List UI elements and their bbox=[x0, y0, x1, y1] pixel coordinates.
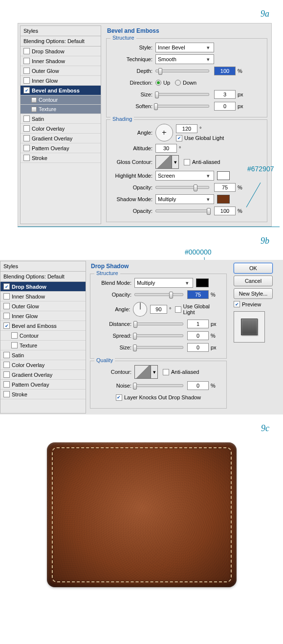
blending-options-row[interactable]: Blending Options: Default bbox=[0, 272, 86, 282]
new-style-button[interactable]: New Style... bbox=[234, 288, 273, 299]
distance-input[interactable]: 1 bbox=[187, 320, 209, 328]
style-drop-shadow[interactable]: Drop Shadow bbox=[0, 282, 86, 292]
global-light-checkbox[interactable] bbox=[175, 306, 181, 313]
checkbox-icon[interactable] bbox=[23, 58, 30, 64]
checkbox-icon[interactable] bbox=[3, 352, 10, 358]
checkbox-icon[interactable] bbox=[3, 313, 10, 319]
soften-slider[interactable] bbox=[155, 105, 209, 108]
depth-slider[interactable] bbox=[155, 69, 209, 72]
style-contour[interactable]: Contour bbox=[21, 95, 101, 105]
style-bevel-emboss[interactable]: Bevel and Emboss bbox=[21, 86, 101, 95]
style-gradient-overlay[interactable]: Gradient Overlay bbox=[21, 134, 101, 143]
shadow-mode-dropdown[interactable]: Multiply▾ bbox=[155, 194, 214, 204]
ok-button[interactable]: OK bbox=[234, 263, 273, 274]
style-outer-glow[interactable]: Outer Glow bbox=[0, 301, 86, 311]
preview-checkbox[interactable] bbox=[234, 301, 240, 307]
chevron-down-icon[interactable]: ▾ bbox=[172, 155, 179, 169]
highlight-opacity-slider[interactable] bbox=[155, 186, 209, 189]
checkbox-icon[interactable] bbox=[11, 342, 18, 348]
drop-shadow-panel: Styles Blending Options: Default Drop Sh… bbox=[0, 260, 283, 414]
blend-color-swatch[interactable] bbox=[196, 278, 209, 287]
altitude-input[interactable]: 30 bbox=[155, 144, 177, 153]
spread-slider[interactable] bbox=[134, 334, 183, 337]
highlight-opacity-input[interactable]: 75 bbox=[214, 183, 236, 192]
noise-slider[interactable] bbox=[134, 384, 183, 387]
shadow-color-swatch[interactable] bbox=[217, 195, 230, 204]
angle-dial[interactable] bbox=[133, 302, 147, 317]
result-preview bbox=[0, 437, 283, 607]
highlight-color-swatch[interactable] bbox=[217, 171, 230, 180]
style-stroke[interactable]: Stroke bbox=[21, 153, 101, 163]
contour-picker[interactable] bbox=[134, 365, 151, 379]
style-drop-shadow[interactable]: Drop Shadow bbox=[21, 46, 101, 56]
style-pattern-overlay[interactable]: Pattern Overlay bbox=[21, 143, 101, 153]
soften-input[interactable]: 0 bbox=[214, 102, 236, 111]
checkbox-icon[interactable] bbox=[3, 283, 10, 290]
style-satin[interactable]: Satin bbox=[0, 350, 86, 360]
checkbox-icon[interactable] bbox=[23, 115, 30, 122]
gloss-contour-picker[interactable] bbox=[155, 155, 172, 169]
angle-input[interactable]: 90 bbox=[150, 305, 167, 314]
style-pattern-overlay[interactable]: Pattern Overlay bbox=[0, 380, 86, 390]
cancel-button[interactable]: Cancel bbox=[234, 276, 273, 286]
size-slider[interactable] bbox=[134, 346, 183, 349]
checkbox-icon[interactable] bbox=[3, 322, 10, 329]
spread-input[interactable]: 0 bbox=[187, 331, 209, 340]
shadow-opacity-slider[interactable] bbox=[155, 209, 209, 212]
checkbox-icon[interactable] bbox=[3, 303, 10, 309]
checkbox-icon[interactable] bbox=[23, 77, 30, 84]
checkbox-icon[interactable] bbox=[3, 381, 10, 388]
checkbox-icon[interactable] bbox=[3, 391, 10, 397]
size-input[interactable]: 3 bbox=[214, 90, 236, 99]
depth-input[interactable]: 100 bbox=[214, 67, 236, 75]
opacity-slider[interactable] bbox=[134, 293, 183, 296]
antialiased-checkbox[interactable] bbox=[184, 159, 190, 165]
shadow-opacity-input[interactable]: 100 bbox=[214, 207, 236, 215]
checkbox-icon[interactable] bbox=[23, 87, 30, 93]
style-dropdown[interactable]: Inner Bevel▾ bbox=[155, 43, 214, 52]
blend-mode-dropdown[interactable]: Multiply▾ bbox=[134, 278, 193, 288]
checkbox-icon[interactable] bbox=[23, 125, 30, 132]
chevron-down-icon[interactable]: ▾ bbox=[151, 365, 158, 379]
direction-up-radio[interactable] bbox=[155, 80, 161, 86]
style-inner-shadow[interactable]: Inner Shadow bbox=[0, 292, 86, 301]
antialiased-checkbox[interactable] bbox=[163, 369, 169, 375]
knockout-checkbox[interactable] bbox=[116, 394, 122, 401]
checkbox-icon[interactable] bbox=[3, 293, 10, 299]
style-inner-shadow[interactable]: Inner Shadow bbox=[21, 56, 101, 66]
blending-options-row[interactable]: Blending Options: Default bbox=[21, 36, 101, 46]
style-bevel-emboss[interactable]: Bevel and Emboss bbox=[0, 321, 86, 331]
style-texture[interactable]: Texture bbox=[21, 105, 101, 114]
style-contour[interactable]: Contour bbox=[0, 331, 86, 341]
style-color-overlay[interactable]: Color Overlay bbox=[0, 360, 86, 370]
direction-down-radio[interactable] bbox=[175, 80, 181, 86]
style-color-overlay[interactable]: Color Overlay bbox=[21, 124, 101, 134]
size-input[interactable]: 0 bbox=[187, 343, 209, 352]
highlight-mode-dropdown[interactable]: Screen▾ bbox=[155, 171, 214, 181]
opacity-input[interactable]: 75 bbox=[187, 290, 209, 299]
style-stroke[interactable]: Stroke bbox=[0, 390, 86, 399]
checkbox-icon[interactable] bbox=[23, 145, 30, 151]
size-slider[interactable] bbox=[155, 93, 209, 96]
checkbox-icon[interactable] bbox=[11, 332, 18, 339]
global-light-checkbox[interactable] bbox=[176, 135, 182, 141]
angle-input[interactable]: 120 bbox=[176, 124, 197, 133]
distance-slider[interactable] bbox=[134, 322, 183, 325]
preview-thumbnail bbox=[234, 311, 265, 343]
technique-dropdown[interactable]: Smooth▾ bbox=[155, 54, 214, 64]
style-satin[interactable]: Satin bbox=[21, 114, 101, 124]
style-texture[interactable]: Texture bbox=[0, 341, 86, 350]
style-gradient-overlay[interactable]: Gradient Overlay bbox=[0, 370, 86, 380]
style-inner-glow[interactable]: Inner Glow bbox=[21, 76, 101, 86]
checkbox-icon[interactable] bbox=[23, 155, 30, 161]
checkbox-icon[interactable] bbox=[3, 371, 10, 378]
checkbox-icon[interactable] bbox=[3, 362, 10, 368]
checkbox-icon[interactable] bbox=[23, 68, 30, 74]
style-inner-glow[interactable]: Inner Glow bbox=[0, 311, 86, 321]
checkbox-icon[interactable] bbox=[23, 48, 30, 54]
angle-dial[interactable] bbox=[155, 124, 173, 141]
checkbox-icon[interactable] bbox=[23, 135, 30, 141]
shading-group: Shading Angle: 120° Use Global Light Alt… bbox=[106, 119, 267, 222]
noise-input[interactable]: 0 bbox=[187, 381, 209, 390]
style-outer-glow[interactable]: Outer Glow bbox=[21, 66, 101, 76]
